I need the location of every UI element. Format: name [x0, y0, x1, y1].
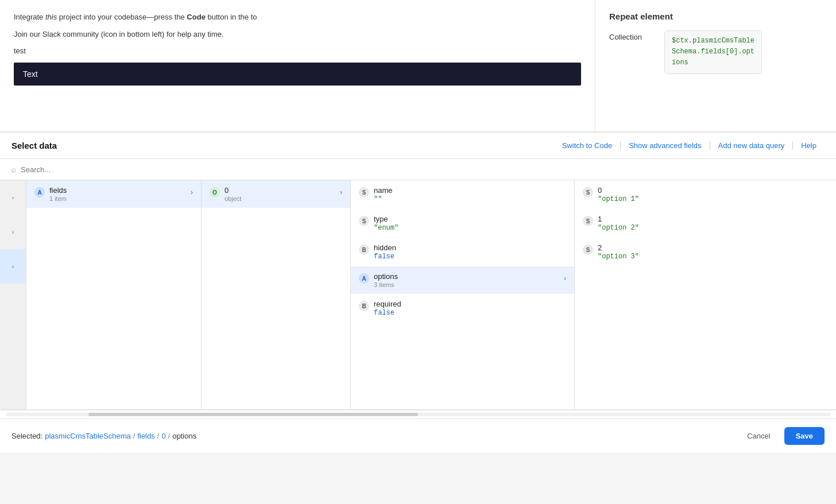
type-content: type "enum" [374, 215, 566, 232]
option-0-content: 0 "option 1" [598, 186, 828, 203]
arrow-item-0[interactable]: › [0, 180, 26, 215]
option-1-content: 1 "option 2" [598, 215, 828, 232]
required-badge: B [359, 301, 369, 311]
repeat-element-title: Repeat element [609, 11, 822, 21]
options-sub: 3 items [374, 281, 559, 288]
options-content: options 3 items [374, 272, 559, 288]
breadcrumb-part3[interactable]: 0 [161, 432, 165, 440]
fields-name: fields [49, 186, 186, 195]
prop-type-item[interactable]: S type "enum" [351, 209, 574, 238]
name-content: name "" [374, 186, 566, 203]
search-icon: ⌕ [11, 165, 16, 174]
object-sub: object [225, 195, 335, 202]
hidden-value: false [374, 253, 566, 261]
search-input[interactable] [21, 165, 825, 174]
columns-browser: › › › A fields 1 item › O 0 object [0, 180, 836, 410]
option-0-index: 0 [598, 186, 828, 195]
collection-label: Collection [609, 30, 655, 41]
required-value: false [374, 309, 566, 317]
prop-required-item[interactable]: B required false [351, 294, 574, 323]
object-content: 0 object [225, 186, 335, 202]
option-1-badge: S [583, 216, 593, 226]
select-data-title: Select data [11, 141, 57, 150]
col-panel-arrows: › › › [0, 180, 26, 409]
col-panel-fields: A fields 1 item › [26, 180, 202, 409]
intro-text-2: Join our Slack community (icon in bottom… [14, 29, 581, 40]
breadcrumb-sep3: / [168, 432, 171, 440]
type-badge: S [359, 216, 369, 226]
breadcrumb-part1[interactable]: plasmicCmsTableSchema [45, 432, 131, 440]
option-item-2[interactable]: S 2 "option 3" [575, 238, 836, 266]
option-2-index: 2 [598, 243, 828, 252]
object-name: 0 [225, 186, 335, 195]
col-panel-object: O 0 object › [202, 180, 351, 409]
options-label: options [374, 272, 559, 281]
fields-content: fields 1 item [49, 186, 186, 202]
hidden-label: hidden [374, 243, 566, 252]
search-row: ⌕ [0, 159, 836, 180]
fields-item[interactable]: A fields 1 item › [26, 180, 201, 208]
horizontal-scrollbar[interactable] [0, 410, 836, 418]
option-0-badge: S [583, 187, 593, 197]
hidden-badge: B [359, 245, 369, 255]
prop-options-item[interactable]: A options 3 items › [351, 266, 574, 294]
breadcrumb-sep1: / [133, 432, 136, 440]
option-item-0[interactable]: S 0 "option 1" [575, 180, 836, 209]
intro-text-1: Integrate this project into your codebas… [14, 11, 581, 23]
text-element: Text [14, 63, 581, 86]
col-panel-options: S 0 "option 1" S 1 "option 2" S 2 "optio… [575, 180, 836, 409]
name-value: "" [374, 195, 566, 203]
breadcrumb: Selected: plasmicCmsTableSchema / fields… [11, 432, 196, 440]
add-new-data-query-link[interactable]: Add new data query [710, 141, 794, 150]
option-2-value: "option 3" [598, 253, 828, 261]
fields-arrow: › [191, 188, 193, 196]
arrow-item-2[interactable]: › [0, 249, 26, 284]
options-badge: A [359, 273, 369, 284]
option-1-index: 1 [598, 215, 828, 223]
breadcrumb-sep2: / [157, 432, 160, 440]
object-badge: O [210, 187, 220, 197]
col-panel-props: S name "" S type "enum" B hidden fals [351, 180, 575, 409]
required-content: required false [374, 300, 566, 317]
required-label: required [374, 300, 566, 308]
fields-badge: A [34, 187, 45, 197]
help-link[interactable]: Help [793, 141, 825, 150]
object-arrow: › [340, 188, 342, 196]
fields-sub: 1 item [49, 195, 186, 202]
status-bar: Selected: plasmicCmsTableSchema / fields… [0, 418, 836, 453]
option-1-value: "option 2" [598, 224, 828, 232]
breadcrumb-part4: options [172, 432, 196, 440]
prop-name-item[interactable]: S name "" [351, 180, 574, 209]
intro-text-3: test [14, 45, 581, 57]
collection-value: $ctx.plasmicCmsTableSchema.fields[0].opt… [664, 30, 762, 74]
option-0-value: "option 1" [598, 195, 828, 203]
switch-to-code-link[interactable]: Switch to Code [554, 141, 621, 150]
cancel-button[interactable]: Cancel [740, 428, 777, 444]
name-badge: S [359, 187, 369, 197]
show-advanced-fields-link[interactable]: Show advanced fields [621, 141, 710, 150]
type-label: type [374, 215, 566, 223]
status-actions: Cancel Save [740, 427, 825, 445]
arrow-item-1[interactable]: › [0, 215, 26, 249]
prop-hidden-item[interactable]: B hidden false [351, 238, 574, 266]
option-2-content: 2 "option 3" [598, 243, 828, 261]
hidden-content: hidden false [374, 243, 566, 261]
option-item-1[interactable]: S 1 "option 2" [575, 209, 836, 238]
name-label: name [374, 186, 566, 195]
object-item-0[interactable]: O 0 object › [202, 180, 350, 208]
save-button[interactable]: Save [784, 427, 825, 445]
options-arrow: › [564, 274, 566, 282]
breadcrumb-part2[interactable]: fields [137, 432, 154, 440]
selected-label: Selected: [11, 432, 42, 440]
type-value: "enum" [374, 224, 566, 232]
option-2-badge: S [583, 245, 593, 255]
header-actions: Switch to Code Show advanced fields Add … [554, 141, 825, 150]
